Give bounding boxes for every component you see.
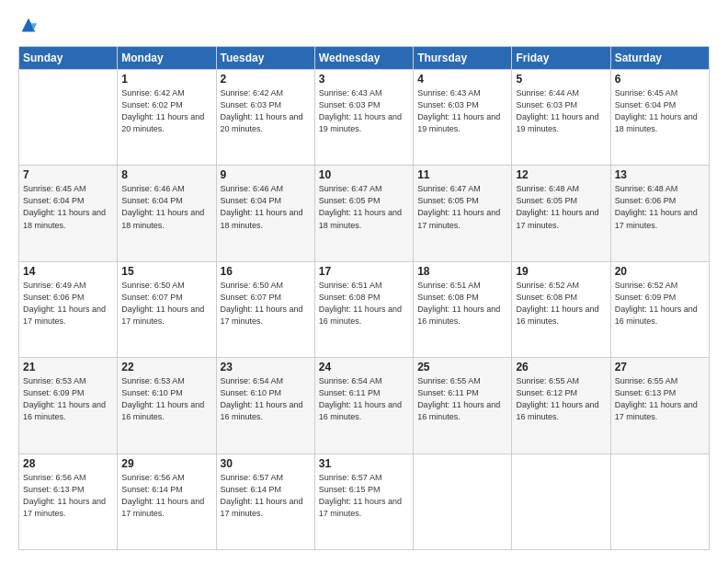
day-number: 5 [516,73,606,86]
calendar-cell: 7Sunrise: 6:45 AM Sunset: 6:04 PM Daylig… [19,166,118,261]
calendar-cell: 27Sunrise: 6:55 AM Sunset: 6:13 PM Dayli… [610,358,709,454]
calendar-week-row: 7Sunrise: 6:45 AM Sunset: 6:04 PM Daylig… [19,166,710,261]
day-number: 25 [417,361,507,373]
day-number: 11 [417,168,507,181]
day-number: 9 [221,168,311,181]
day-number: 31 [319,457,409,470]
weekday-header-saturday: Saturday [610,47,709,70]
calendar-cell: 12Sunrise: 6:48 AM Sunset: 6:05 PM Dayli… [512,166,610,261]
day-info: Sunrise: 6:53 AM Sunset: 6:10 PM Dayligh… [121,375,211,423]
day-info: Sunrise: 6:52 AM Sunset: 6:08 PM Dayligh… [516,280,606,327]
day-number: 8 [121,168,211,181]
calendar-week-row: 1Sunrise: 6:42 AM Sunset: 6:02 PM Daylig… [19,70,710,166]
day-info: Sunrise: 6:50 AM Sunset: 6:07 PM Dayligh… [221,280,311,327]
header [18,17,710,37]
calendar-page: SundayMondayTuesdayWednesdayThursdayFrid… [0,0,728,563]
day-info: Sunrise: 6:43 AM Sunset: 6:03 PM Dayligh… [319,87,409,135]
calendar-cell [512,454,610,549]
day-number: 18 [417,265,507,278]
day-info: Sunrise: 6:45 AM Sunset: 6:04 PM Dayligh… [23,183,113,231]
calendar-cell: 5Sunrise: 6:44 AM Sunset: 6:03 PM Daylig… [512,70,610,166]
weekday-header-wednesday: Wednesday [314,47,413,70]
day-info: Sunrise: 6:56 AM Sunset: 6:13 PM Dayligh… [23,472,113,520]
day-number: 28 [23,457,113,470]
day-number: 6 [615,73,705,86]
day-info: Sunrise: 6:47 AM Sunset: 6:05 PM Dayligh… [319,183,409,231]
calendar-cell [19,70,118,166]
day-info: Sunrise: 6:55 AM Sunset: 6:12 PM Dayligh… [516,375,606,423]
calendar-cell: 13Sunrise: 6:48 AM Sunset: 6:06 PM Dayli… [610,166,709,261]
day-number: 15 [121,265,211,278]
day-number: 23 [221,361,311,373]
day-number: 27 [615,361,705,373]
day-info: Sunrise: 6:46 AM Sunset: 6:04 PM Dayligh… [221,183,311,231]
day-info: Sunrise: 6:46 AM Sunset: 6:04 PM Dayligh… [121,183,211,231]
day-info: Sunrise: 6:51 AM Sunset: 6:08 PM Dayligh… [417,280,507,327]
day-info: Sunrise: 6:47 AM Sunset: 6:05 PM Dayligh… [417,183,507,231]
day-info: Sunrise: 6:42 AM Sunset: 6:02 PM Dayligh… [121,87,211,135]
day-info: Sunrise: 6:48 AM Sunset: 6:06 PM Dayligh… [615,183,705,231]
weekday-header-friday: Friday [512,47,610,70]
calendar-cell: 2Sunrise: 6:42 AM Sunset: 6:03 PM Daylig… [216,70,314,166]
calendar-cell: 19Sunrise: 6:52 AM Sunset: 6:08 PM Dayli… [512,261,610,357]
day-number: 3 [319,73,409,86]
day-info: Sunrise: 6:49 AM Sunset: 6:06 PM Dayligh… [23,280,113,327]
day-number: 16 [221,265,311,278]
day-info: Sunrise: 6:54 AM Sunset: 6:11 PM Dayligh… [319,375,409,423]
day-info: Sunrise: 6:53 AM Sunset: 6:09 PM Dayligh… [23,375,113,423]
logo-icon [18,17,39,37]
calendar-week-row: 28Sunrise: 6:56 AM Sunset: 6:13 PM Dayli… [19,454,710,549]
day-number: 10 [319,168,409,181]
day-info: Sunrise: 6:55 AM Sunset: 6:13 PM Dayligh… [615,375,705,423]
day-number: 12 [516,168,606,181]
day-number: 20 [615,265,705,278]
calendar-header-row: SundayMondayTuesdayWednesdayThursdayFrid… [19,47,710,70]
day-info: Sunrise: 6:54 AM Sunset: 6:10 PM Dayligh… [221,375,311,423]
calendar-cell: 29Sunrise: 6:56 AM Sunset: 6:14 PM Dayli… [118,454,216,549]
day-number: 29 [121,457,211,470]
calendar-cell: 28Sunrise: 6:56 AM Sunset: 6:13 PM Dayli… [19,454,118,549]
weekday-header-tuesday: Tuesday [216,47,314,70]
day-info: Sunrise: 6:45 AM Sunset: 6:04 PM Dayligh… [615,87,705,135]
calendar-cell [610,454,709,549]
weekday-header-thursday: Thursday [414,47,512,70]
day-info: Sunrise: 6:56 AM Sunset: 6:14 PM Dayligh… [121,472,211,520]
day-number: 22 [121,361,211,373]
calendar-cell: 14Sunrise: 6:49 AM Sunset: 6:06 PM Dayli… [19,261,118,357]
calendar-cell: 24Sunrise: 6:54 AM Sunset: 6:11 PM Dayli… [314,358,413,454]
day-number: 14 [23,265,113,278]
calendar-cell: 1Sunrise: 6:42 AM Sunset: 6:02 PM Daylig… [118,70,216,166]
day-number: 26 [516,361,606,373]
logo [18,17,42,37]
day-number: 2 [221,73,311,86]
calendar-cell [414,454,512,549]
calendar-table: SundayMondayTuesdayWednesdayThursdayFrid… [18,46,710,550]
calendar-week-row: 14Sunrise: 6:49 AM Sunset: 6:06 PM Dayli… [19,261,710,357]
day-info: Sunrise: 6:51 AM Sunset: 6:08 PM Dayligh… [319,280,409,327]
calendar-cell: 31Sunrise: 6:57 AM Sunset: 6:15 PM Dayli… [314,454,413,549]
day-info: Sunrise: 6:42 AM Sunset: 6:03 PM Dayligh… [221,87,311,135]
calendar-cell: 18Sunrise: 6:51 AM Sunset: 6:08 PM Dayli… [414,261,512,357]
calendar-cell: 9Sunrise: 6:46 AM Sunset: 6:04 PM Daylig… [216,166,314,261]
calendar-cell: 26Sunrise: 6:55 AM Sunset: 6:12 PM Dayli… [512,358,610,454]
day-number: 1 [121,73,211,86]
day-info: Sunrise: 6:52 AM Sunset: 6:09 PM Dayligh… [615,280,705,327]
day-number: 13 [615,168,705,181]
day-number: 17 [319,265,409,278]
day-number: 30 [221,457,311,470]
calendar-cell: 6Sunrise: 6:45 AM Sunset: 6:04 PM Daylig… [610,70,709,166]
calendar-cell: 10Sunrise: 6:47 AM Sunset: 6:05 PM Dayli… [314,166,413,261]
day-info: Sunrise: 6:44 AM Sunset: 6:03 PM Dayligh… [516,87,606,135]
day-number: 21 [23,361,113,373]
day-info: Sunrise: 6:48 AM Sunset: 6:05 PM Dayligh… [516,183,606,231]
day-number: 24 [319,361,409,373]
day-info: Sunrise: 6:55 AM Sunset: 6:11 PM Dayligh… [417,375,507,423]
weekday-header-monday: Monday [118,47,216,70]
calendar-cell: 16Sunrise: 6:50 AM Sunset: 6:07 PM Dayli… [216,261,314,357]
calendar-cell: 20Sunrise: 6:52 AM Sunset: 6:09 PM Dayli… [610,261,709,357]
calendar-cell: 3Sunrise: 6:43 AM Sunset: 6:03 PM Daylig… [314,70,413,166]
day-info: Sunrise: 6:57 AM Sunset: 6:15 PM Dayligh… [319,472,409,520]
calendar-cell: 23Sunrise: 6:54 AM Sunset: 6:10 PM Dayli… [216,358,314,454]
calendar-cell: 21Sunrise: 6:53 AM Sunset: 6:09 PM Dayli… [19,358,118,454]
calendar-cell: 17Sunrise: 6:51 AM Sunset: 6:08 PM Dayli… [314,261,413,357]
